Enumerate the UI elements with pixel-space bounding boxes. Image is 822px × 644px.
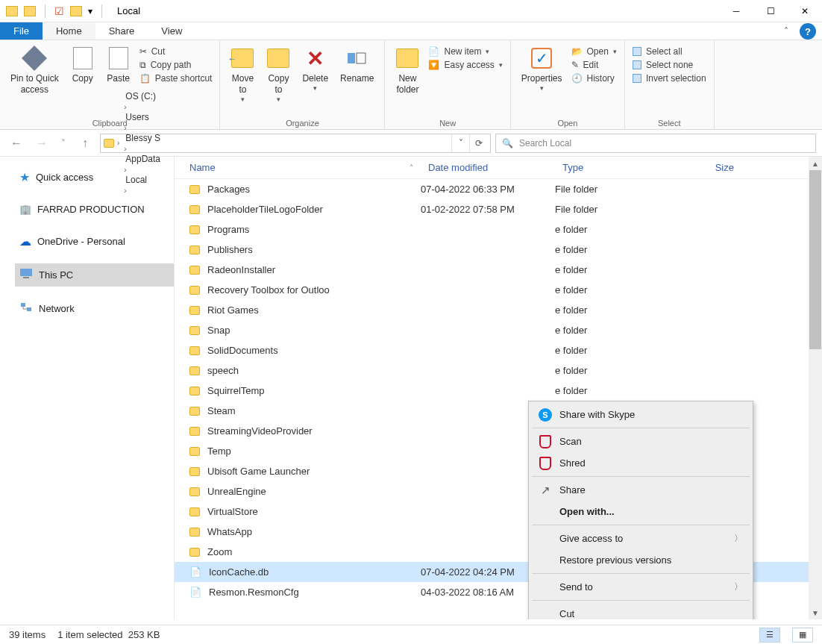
delete-button[interactable]: ✕ Delete▾ <box>296 43 334 93</box>
breadcrumb-segment[interactable]: Users <box>122 112 163 122</box>
sidebar-item-this-pc[interactable]: This PC <box>15 263 174 287</box>
refresh-button[interactable]: ⟳ <box>469 134 487 152</box>
properties-button[interactable]: ✓ Properties▾ <box>515 43 568 93</box>
history-button[interactable]: 🕘History <box>571 73 617 84</box>
column-header-date[interactable]: Date modified <box>421 162 555 173</box>
tab-share[interactable]: Share <box>95 22 148 40</box>
chevron-right-icon[interactable]: › <box>122 145 128 153</box>
new-folder-button[interactable]: New folder <box>389 43 425 96</box>
scroll-thumb[interactable] <box>809 170 821 349</box>
qat-dropdown-icon[interactable]: ▾ <box>88 6 92 16</box>
file-type: e folder <box>555 304 667 316</box>
sidebar-item-quick-access[interactable]: ★Quick access <box>15 166 174 189</box>
new-item-button[interactable]: 📄New item ▾ <box>428 46 502 57</box>
context-menu-item[interactable]: Cut <box>531 603 750 619</box>
column-header-name[interactable]: Name˄ <box>175 162 421 173</box>
context-menu-item[interactable]: ↗Share <box>531 479 750 501</box>
status-bar: 39 items 1 item selected 253 KB ☰ ▦ <box>0 625 822 644</box>
folder-icon <box>189 266 200 275</box>
paste-button[interactable]: Paste <box>101 43 137 84</box>
file-row[interactable]: Publisherse folder <box>175 240 809 260</box>
sidebar-item-network[interactable]: Network <box>15 297 174 320</box>
sidebar-item-farrad[interactable]: 🏢FARRAD PRODUCTION <box>15 199 174 219</box>
shortcut-icon: 📋 <box>139 73 151 84</box>
cut-button[interactable]: ✂Cut <box>139 46 213 57</box>
collapse-ribbon-icon[interactable]: ˄ <box>776 22 797 40</box>
menu-item-label: Restore previous versions <box>559 554 671 566</box>
paste-icon <box>109 47 128 69</box>
context-menu-item[interactable]: Restore previous versions <box>531 549 750 571</box>
paste-shortcut-button[interactable]: 📋Paste shortcut <box>139 73 213 84</box>
help-icon[interactable]: ? <box>800 23 816 40</box>
chevron-right-icon[interactable]: › <box>122 124 128 132</box>
column-header-size[interactable]: Size <box>667 162 741 173</box>
recent-locations-button[interactable]: ˅ <box>57 133 70 154</box>
file-row[interactable]: Packages07-04-2022 06:33 PMFile folder <box>175 179 809 199</box>
breadcrumb-segment[interactable]: OS (C:) <box>122 91 163 101</box>
copy-path-button[interactable]: ⧉Copy path <box>139 60 213 70</box>
file-type: File folder <box>555 184 667 195</box>
select-all-button[interactable]: Select all <box>633 46 706 57</box>
open-button[interactable]: 📂Open ▾ <box>571 46 617 57</box>
svg-rect-2 <box>20 269 32 276</box>
invert-selection-button[interactable]: Invert selection <box>633 73 706 84</box>
context-menu-item[interactable]: Open with... <box>531 501 750 522</box>
scroll-down-icon[interactable]: ▼ <box>809 606 822 619</box>
copy-button[interactable]: Copy <box>65 43 101 84</box>
menu-item-label: Send to <box>559 581 593 593</box>
edit-button[interactable]: ✎Edit <box>571 60 617 70</box>
menu-separator <box>532 525 750 525</box>
tab-file[interactable]: File <box>0 22 43 40</box>
move-to-button[interactable]: ← Move to▾ <box>225 43 260 104</box>
shield-icon <box>539 435 551 448</box>
file-row[interactable]: SolidDocumentse folder <box>175 340 809 360</box>
file-row[interactable]: Recovery Toolbox for Outlooe folder <box>175 280 809 300</box>
address-dropdown-button[interactable]: ˅ <box>451 134 469 152</box>
sort-indicator-icon: ˄ <box>410 163 413 172</box>
context-menu-item[interactable]: Give access to〉 <box>531 528 750 549</box>
svg-rect-4 <box>21 303 25 307</box>
file-row[interactable]: PlaceholderTileLogoFolder01-02-2022 07:5… <box>175 199 809 219</box>
file-type: e folder <box>555 325 667 336</box>
maximize-button[interactable]: ☐ <box>753 0 788 22</box>
file-row[interactable]: speeche folder <box>175 360 809 381</box>
forward-button[interactable]: → <box>31 133 52 154</box>
file-type: e folder <box>555 385 667 396</box>
close-button[interactable]: ✕ <box>788 0 822 22</box>
copy-to-button[interactable]: Copy to▾ <box>260 43 296 104</box>
file-name: Temp <box>207 446 231 457</box>
breadcrumb-segment[interactable]: Blessy S <box>122 133 163 143</box>
file-row[interactable]: Riot Gamese folder <box>175 300 809 320</box>
large-icons-view-button[interactable]: ▦ <box>792 628 813 643</box>
details-view-button[interactable]: ☰ <box>759 628 780 643</box>
select-none-button[interactable]: Select none <box>633 60 706 70</box>
pin-to-quick-access-button[interactable]: Pin to Quick access <box>4 43 65 96</box>
scroll-up-icon[interactable]: ▲ <box>809 157 822 170</box>
minimize-button[interactable]: ─ <box>719 0 753 22</box>
context-menu-item[interactable]: Shred <box>531 452 750 474</box>
tab-home[interactable]: Home <box>43 22 95 40</box>
chevron-right-icon[interactable]: › <box>116 139 121 147</box>
context-menu-item[interactable]: SShare with Skype <box>531 404 750 425</box>
column-header-type[interactable]: Type <box>555 162 667 173</box>
file-row[interactable]: Programse folder <box>175 219 809 240</box>
sidebar-item-onedrive[interactable]: ☁OneDrive - Personal <box>15 230 174 253</box>
tab-view[interactable]: View <box>148 22 195 40</box>
back-button[interactable]: ← <box>6 133 27 154</box>
vertical-scrollbar[interactable]: ▲ ▼ <box>809 157 822 619</box>
qat-check-icon[interactable]: ☑ <box>54 5 64 17</box>
address-bar[interactable]: › OS (C:)›Users›Blessy S›AppData›Local› … <box>100 134 491 153</box>
file-row[interactable]: SquirrelTempe folder <box>175 381 809 401</box>
context-menu-item[interactable]: Send to〉 <box>531 576 750 598</box>
easy-access-button[interactable]: 🔽Easy access ▾ <box>428 60 502 70</box>
scissors-icon: ✂ <box>139 46 147 57</box>
search-box[interactable]: 🔍 Search Local <box>495 134 816 153</box>
status-item-count: 39 items <box>9 629 46 640</box>
svg-rect-3 <box>23 277 29 278</box>
rename-button[interactable]: Rename <box>334 43 380 84</box>
chevron-right-icon[interactable]: › <box>122 103 128 111</box>
file-row[interactable]: Snape folder <box>175 320 809 340</box>
up-button[interactable]: ↑ <box>75 133 95 154</box>
file-row[interactable]: RadeonInstallere folder <box>175 260 809 280</box>
context-menu-item[interactable]: Scan <box>531 431 750 452</box>
